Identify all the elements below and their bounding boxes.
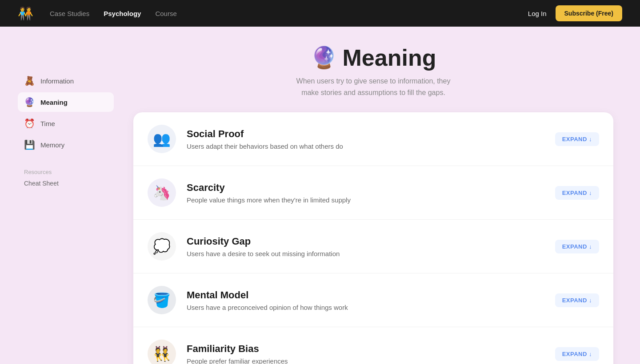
scarcity-expand-button[interactable]: EXPAND ↓	[555, 186, 599, 200]
hero-subtitle-line1: When users try to give sense to informat…	[296, 77, 451, 85]
social-proof-title: Social Proof	[187, 128, 544, 140]
mental-model-emoji: 🪣	[153, 292, 171, 309]
mental-model-desc: Users have a preconceived opinion of how…	[187, 304, 544, 311]
sidebar-item-meaning[interactable]: 🔮 Meaning	[18, 92, 114, 112]
sidebar-item-memory[interactable]: 💾 Memory	[18, 135, 114, 154]
main-layout: 🧸 Information 🔮 Meaning ⏰ Time 💾 Memory …	[0, 0, 640, 364]
scarcity-title: Scarcity	[187, 182, 544, 194]
subscribe-button[interactable]: Subscribe (Free)	[556, 5, 622, 21]
sidebar-label-information: Information	[40, 77, 74, 85]
sidebar-label-meaning: Meaning	[40, 99, 68, 106]
mental-model-expand-button[interactable]: EXPAND ↓	[555, 293, 599, 307]
hero-subtitle: When users try to give sense to informat…	[133, 75, 613, 98]
navbar-right: Log In Subscribe (Free)	[528, 5, 622, 21]
hero-subtitle-line2: make stories and assumptions to fill the…	[301, 89, 445, 96]
nav-course[interactable]: Course	[155, 10, 176, 17]
cards-list: 👥 Social Proof Users adapt their behavio…	[133, 112, 613, 364]
memory-icon: 💾	[24, 139, 35, 150]
scarcity-body: Scarcity People value things more when t…	[187, 182, 544, 204]
mental-model-body: Mental Model Users have a preconceived o…	[187, 289, 544, 311]
familiarity-bias-body: Familiarity Bias People prefer familiar …	[187, 343, 544, 364]
sidebar-nav: 🧸 Information 🔮 Meaning ⏰ Time 💾 Memory	[18, 71, 114, 154]
logo-emoji: 🧑‍🤝‍🧑	[18, 6, 33, 21]
information-icon: 🧸	[24, 75, 35, 86]
hero-emoji: 🔮	[311, 45, 337, 70]
hero-section: 🔮 Meaning When users try to give sense t…	[133, 36, 613, 112]
sidebar-label-time: Time	[40, 120, 55, 127]
card-familiarity-bias: 👯 Familiarity Bias People prefer familia…	[133, 327, 613, 364]
sidebar-item-time[interactable]: ⏰ Time	[18, 114, 114, 133]
familiarity-bias-desc: People prefer familiar experiences	[187, 357, 544, 364]
hero-title: 🔮 Meaning	[133, 44, 613, 71]
cheat-sheet-link[interactable]: Cheat Sheet	[18, 178, 114, 189]
social-proof-icon-wrap: 👥	[148, 125, 176, 153]
familiarity-bias-title: Familiarity Bias	[187, 343, 544, 355]
navbar-left: 🧑‍🤝‍🧑 Case Studies Psychology Course	[18, 4, 177, 22]
curiosity-gap-body: Curiosity Gap Users have a desire to see…	[187, 236, 544, 257]
resources-heading: Resources	[18, 169, 114, 175]
social-proof-emoji: 👥	[153, 131, 171, 147]
scarcity-desc: People value things more when they're in…	[187, 196, 544, 204]
login-button[interactable]: Log In	[528, 10, 547, 17]
familiarity-bias-icon-wrap: 👯	[148, 340, 176, 364]
familiarity-bias-expand-button[interactable]: EXPAND ↓	[555, 347, 599, 361]
curiosity-gap-expand-button[interactable]: EXPAND ↓	[555, 240, 599, 253]
hero-title-text: Meaning	[343, 44, 436, 71]
nav-case-studies[interactable]: Case Studies	[50, 10, 89, 17]
card-curiosity-gap: 💭 Curiosity Gap Users have a desire to s…	[133, 220, 613, 273]
navbar-links: Case Studies Psychology Course	[50, 10, 177, 17]
meaning-icon: 🔮	[24, 97, 35, 107]
social-proof-desc: Users adapt their behaviors based on wha…	[187, 142, 544, 150]
scarcity-emoji: 🦄	[153, 184, 171, 201]
curiosity-gap-title: Curiosity Gap	[187, 236, 544, 247]
familiarity-bias-emoji: 👯	[153, 345, 171, 362]
sidebar-item-information[interactable]: 🧸 Information	[18, 71, 114, 91]
card-scarcity: 🦄 Scarcity People value things more when…	[133, 166, 613, 220]
card-mental-model: 🪣 Mental Model Users have a preconceived…	[133, 273, 613, 327]
sidebar: 🧸 Information 🔮 Meaning ⏰ Time 💾 Memory …	[0, 27, 124, 364]
mental-model-icon-wrap: 🪣	[148, 286, 176, 314]
social-proof-expand-button[interactable]: EXPAND ↓	[555, 132, 599, 146]
nav-psychology[interactable]: Psychology	[104, 10, 141, 17]
navbar-logo: 🧑‍🤝‍🧑	[18, 4, 36, 22]
card-social-proof: 👥 Social Proof Users adapt their behavio…	[133, 112, 613, 166]
sidebar-label-memory: Memory	[40, 141, 64, 149]
sidebar-resources: Resources Cheat Sheet	[18, 169, 114, 189]
curiosity-gap-icon-wrap: 💭	[148, 232, 176, 261]
scarcity-icon-wrap: 🦄	[148, 178, 176, 207]
mental-model-title: Mental Model	[187, 289, 544, 301]
curiosity-gap-emoji: 💭	[153, 238, 171, 255]
time-icon: ⏰	[24, 118, 35, 129]
social-proof-body: Social Proof Users adapt their behaviors…	[187, 128, 544, 150]
main-content: 🔮 Meaning When users try to give sense t…	[124, 27, 640, 364]
curiosity-gap-desc: Users have a desire to seek out missing …	[187, 250, 544, 257]
navbar: 🧑‍🤝‍🧑 Case Studies Psychology Course Log…	[0, 0, 640, 27]
